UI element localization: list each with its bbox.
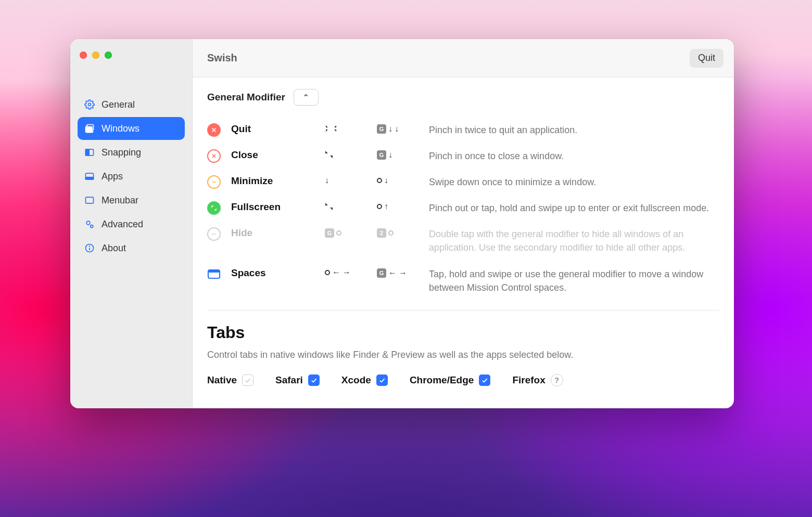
sidebar-item-apps[interactable]: Apps [78, 165, 185, 188]
action-name: Quit [231, 123, 320, 135]
sidebar-item-label: Snapping [102, 147, 141, 158]
sidebar-item-advanced[interactable]: Advanced [78, 213, 185, 236]
tabs-option-native: Native [207, 374, 253, 386]
gesture-primary [325, 149, 372, 159]
svg-point-12 [90, 246, 90, 247]
svg-rect-6 [86, 177, 94, 179]
content-area: General Modifier ⌃ Quit [193, 77, 734, 408]
close-window-button[interactable] [80, 51, 87, 59]
apps-icon [84, 171, 95, 182]
gesture-primary: G [325, 227, 372, 238]
pinch-out-icon [325, 202, 333, 211]
sidebar-item-windows[interactable]: Windows [78, 117, 185, 140]
tabs-option-firefox: Firefox ? [512, 374, 563, 386]
gesture-primary [325, 123, 372, 133]
fullscreen-status-icon[interactable] [207, 201, 221, 215]
option-label: Chrome/Edge [410, 374, 474, 386]
info-icon [84, 242, 95, 254]
gesture-primary: ↓ [325, 175, 372, 185]
tabs-option-xcode: Xcode [341, 374, 388, 386]
action-name: Minimize [231, 175, 320, 187]
arrow-left-icon: ← [332, 268, 340, 277]
sidebar: General Windows Snapping [70, 39, 193, 408]
action-row-close: Close G ↓ Pinch in once to close a windo… [207, 143, 719, 169]
tabs-options-row: Native Safari Xcode [207, 374, 719, 386]
action-name: Close [231, 149, 320, 161]
tap-hold-icon [377, 178, 382, 183]
sidebar-item-label: About [102, 243, 126, 254]
option-label: Firefox [512, 374, 545, 386]
xcode-checkbox[interactable] [376, 374, 388, 386]
actions-list: Quit G ↓ ↓ Pinch in twice to quit an app… [207, 117, 719, 301]
general-modifier-label: General Modifier [207, 92, 285, 103]
tap-hold-icon [325, 270, 330, 275]
sidebar-item-general[interactable]: General [78, 93, 185, 116]
tap-icon [336, 230, 341, 236]
g-badge: G [377, 268, 386, 278]
sidebar-item-about[interactable]: About [78, 237, 185, 260]
sidebar-item-menubar[interactable]: Menubar [78, 189, 185, 212]
g-badge: G [325, 228, 334, 238]
tap-hold-icon [377, 204, 382, 209]
arrow-right-icon: → [342, 268, 351, 277]
gear-icon [84, 99, 95, 110]
action-row-quit: Quit G ↓ ↓ Pinch in twice to quit an app… [207, 117, 719, 143]
gesture-secondary: ↑ [377, 201, 424, 211]
option-label: Native [207, 374, 237, 386]
arrow-down-icon: ↓ [384, 176, 388, 185]
main-panel: Swish Quit General Modifier ⌃ [193, 39, 734, 408]
option-label: Xcode [341, 374, 371, 386]
gesture-primary [325, 201, 372, 211]
svg-rect-2 [86, 127, 93, 133]
sidebar-item-label: General [102, 99, 135, 110]
sidebar-item-label: Apps [102, 171, 123, 182]
gesture-secondary: G ↓ ↓ [377, 123, 424, 134]
minimize-status-icon[interactable] [207, 175, 221, 189]
minimize-window-button[interactable] [92, 51, 99, 59]
window-controls [78, 50, 185, 71]
menubar-icon [84, 195, 95, 206]
sidebar-item-label: Windows [102, 123, 139, 134]
action-row-spaces: Spaces ← → G ← → Tap, hold and swipe or … [207, 261, 719, 301]
action-description: Tap, hold and swipe or use the general m… [429, 267, 719, 294]
action-description: Pinch in twice to quit an application. [429, 123, 719, 137]
sidebar-item-snapping[interactable]: Snapping [78, 141, 185, 164]
arrow-down-icon: ↓ [388, 125, 392, 133]
quit-button[interactable]: Quit [690, 49, 724, 68]
arrow-down-icon: ↓ [388, 151, 392, 159]
section-divider [207, 310, 719, 311]
action-description: Pinch out or tap, hold and swipe up to e… [429, 201, 719, 215]
gesture-secondary: ↓ [377, 175, 424, 185]
action-description: Double tap with the general modifier to … [429, 227, 719, 254]
g-badge: G [377, 124, 386, 134]
desktop-wallpaper: General Windows Snapping [0, 0, 812, 517]
close-status-icon[interactable] [207, 149, 221, 163]
two-badge: 2 [377, 228, 386, 238]
general-modifier-row: General Modifier ⌃ [207, 89, 719, 106]
svg-point-0 [88, 104, 91, 106]
hide-status-icon[interactable] [207, 227, 221, 241]
chrome-edge-checkbox[interactable] [479, 374, 490, 386]
sidebar-item-label: Advanced [102, 219, 143, 230]
toolbar: Swish Quit [193, 39, 734, 77]
arrow-left-icon: ← [388, 269, 397, 277]
general-modifier-selector[interactable]: ⌃ [294, 89, 319, 106]
svg-rect-7 [86, 197, 94, 203]
native-checkbox-locked [242, 374, 253, 386]
gesture-secondary: G ← → [377, 267, 424, 278]
safari-checkbox[interactable] [308, 374, 320, 386]
app-title: Swish [207, 52, 237, 64]
firefox-help-button[interactable]: ? [551, 374, 563, 386]
quit-status-icon[interactable] [207, 123, 221, 137]
zoom-window-button[interactable] [105, 51, 112, 59]
sidebar-nav: General Windows Snapping [78, 93, 185, 260]
spaces-status-icon[interactable] [207, 267, 221, 281]
action-name: Hide [231, 227, 320, 239]
action-row-hide: Hide G 2 Double tap with the general mod… [207, 221, 719, 261]
svg-rect-16 [208, 270, 220, 273]
tabs-description: Control tabs in native windows like Find… [207, 350, 719, 360]
svg-point-9 [91, 225, 93, 228]
gesture-secondary: 2 [377, 227, 424, 238]
snapping-icon [84, 147, 95, 158]
sidebar-item-label: Menubar [102, 195, 138, 206]
